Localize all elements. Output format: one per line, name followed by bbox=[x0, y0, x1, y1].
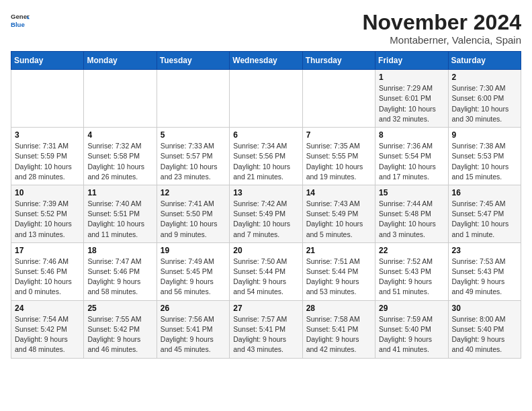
day-number: 11 bbox=[87, 188, 152, 197]
day-number: 28 bbox=[306, 304, 371, 313]
calendar-cell bbox=[302, 70, 375, 128]
day-info: Sunrise: 7:30 AMSunset: 6:00 PMDaylight:… bbox=[452, 83, 517, 124]
day-info: Sunrise: 7:53 AMSunset: 5:43 PMDaylight:… bbox=[452, 257, 517, 298]
day-info: Sunrise: 7:50 AMSunset: 5:44 PMDaylight:… bbox=[233, 257, 298, 298]
calendar-cell: 24Sunrise: 7:54 AMSunset: 5:42 PMDayligh… bbox=[11, 300, 84, 358]
calendar-cell: 17Sunrise: 7:46 AMSunset: 5:46 PMDayligh… bbox=[11, 242, 84, 300]
calendar-week-row: 10Sunrise: 7:39 AMSunset: 5:52 PMDayligh… bbox=[11, 185, 521, 242]
weekday-header: Friday bbox=[375, 52, 448, 70]
day-info: Sunrise: 7:46 AMSunset: 5:46 PMDaylight:… bbox=[15, 257, 80, 298]
day-info: Sunrise: 7:54 AMSunset: 5:42 PMDaylight:… bbox=[15, 314, 80, 355]
day-number: 19 bbox=[161, 246, 226, 255]
day-number: 26 bbox=[161, 304, 226, 313]
month-title: November 2024 bbox=[362, 11, 521, 34]
calendar-cell: 12Sunrise: 7:41 AMSunset: 5:50 PMDayligh… bbox=[157, 185, 229, 242]
day-number: 6 bbox=[233, 130, 298, 140]
weekday-header: Saturday bbox=[448, 52, 521, 70]
calendar-cell bbox=[84, 70, 157, 128]
day-number: 7 bbox=[306, 130, 371, 140]
calendar: SundayMondayTuesdayWednesdayThursdayFrid… bbox=[11, 51, 521, 358]
calendar-cell: 26Sunrise: 7:56 AMSunset: 5:41 PMDayligh… bbox=[157, 300, 229, 358]
day-info: Sunrise: 8:00 AMSunset: 5:40 PMDaylight:… bbox=[452, 314, 517, 355]
day-number: 4 bbox=[87, 130, 152, 140]
day-info: Sunrise: 7:34 AMSunset: 5:56 PMDaylight:… bbox=[233, 141, 298, 182]
day-info: Sunrise: 7:49 AMSunset: 5:45 PMDaylight:… bbox=[161, 257, 226, 298]
calendar-cell: 19Sunrise: 7:49 AMSunset: 5:45 PMDayligh… bbox=[157, 242, 229, 300]
day-number: 14 bbox=[306, 188, 371, 197]
day-number: 8 bbox=[379, 130, 444, 140]
day-info: Sunrise: 7:47 AMSunset: 5:46 PMDaylight:… bbox=[87, 257, 152, 298]
day-info: Sunrise: 7:57 AMSunset: 5:41 PMDaylight:… bbox=[233, 314, 298, 355]
calendar-week-row: 17Sunrise: 7:46 AMSunset: 5:46 PMDayligh… bbox=[11, 242, 521, 300]
day-number: 13 bbox=[233, 188, 298, 197]
day-info: Sunrise: 7:42 AMSunset: 5:49 PMDaylight:… bbox=[233, 199, 298, 240]
calendar-week-row: 24Sunrise: 7:54 AMSunset: 5:42 PMDayligh… bbox=[11, 300, 521, 358]
weekday-header: Thursday bbox=[302, 52, 375, 70]
calendar-cell: 14Sunrise: 7:43 AMSunset: 5:49 PMDayligh… bbox=[302, 185, 375, 242]
day-info: Sunrise: 7:35 AMSunset: 5:55 PMDaylight:… bbox=[306, 141, 371, 182]
calendar-cell: 18Sunrise: 7:47 AMSunset: 5:46 PMDayligh… bbox=[84, 242, 157, 300]
day-number: 12 bbox=[161, 188, 226, 197]
calendar-cell: 7Sunrise: 7:35 AMSunset: 5:55 PMDaylight… bbox=[302, 128, 375, 185]
calendar-cell: 21Sunrise: 7:51 AMSunset: 5:44 PMDayligh… bbox=[302, 242, 375, 300]
calendar-cell: 16Sunrise: 7:45 AMSunset: 5:47 PMDayligh… bbox=[448, 185, 521, 242]
calendar-cell: 23Sunrise: 7:53 AMSunset: 5:43 PMDayligh… bbox=[448, 242, 521, 300]
weekday-header: Wednesday bbox=[230, 52, 302, 70]
svg-text:General: General bbox=[11, 13, 30, 20]
calendar-cell: 20Sunrise: 7:50 AMSunset: 5:44 PMDayligh… bbox=[230, 242, 302, 300]
day-number: 3 bbox=[15, 130, 80, 140]
day-number: 10 bbox=[15, 188, 80, 197]
day-info: Sunrise: 7:29 AMSunset: 6:01 PMDaylight:… bbox=[379, 83, 444, 124]
header: General Blue November 2024 Montaberner, … bbox=[11, 11, 521, 46]
calendar-cell: 15Sunrise: 7:44 AMSunset: 5:48 PMDayligh… bbox=[375, 185, 448, 242]
day-info: Sunrise: 7:36 AMSunset: 5:54 PMDaylight:… bbox=[379, 141, 444, 182]
day-info: Sunrise: 7:32 AMSunset: 5:58 PMDaylight:… bbox=[87, 141, 152, 182]
day-info: Sunrise: 7:31 AMSunset: 5:59 PMDaylight:… bbox=[15, 141, 80, 182]
calendar-cell: 27Sunrise: 7:57 AMSunset: 5:41 PMDayligh… bbox=[230, 300, 302, 358]
calendar-cell: 11Sunrise: 7:40 AMSunset: 5:51 PMDayligh… bbox=[84, 185, 157, 242]
calendar-cell: 6Sunrise: 7:34 AMSunset: 5:56 PMDaylight… bbox=[230, 128, 302, 185]
calendar-header: SundayMondayTuesdayWednesdayThursdayFrid… bbox=[11, 52, 521, 70]
day-number: 1 bbox=[379, 73, 444, 82]
calendar-cell: 10Sunrise: 7:39 AMSunset: 5:52 PMDayligh… bbox=[11, 185, 84, 242]
day-number: 24 bbox=[15, 304, 80, 313]
day-number: 30 bbox=[452, 304, 517, 313]
calendar-cell: 2Sunrise: 7:30 AMSunset: 6:00 PMDaylight… bbox=[448, 70, 521, 128]
calendar-cell: 29Sunrise: 7:59 AMSunset: 5:40 PMDayligh… bbox=[375, 300, 448, 358]
day-number: 23 bbox=[452, 246, 517, 255]
day-info: Sunrise: 7:55 AMSunset: 5:42 PMDaylight:… bbox=[87, 314, 152, 355]
day-number: 18 bbox=[87, 246, 152, 255]
calendar-body: 1Sunrise: 7:29 AMSunset: 6:01 PMDaylight… bbox=[11, 70, 521, 358]
calendar-cell: 3Sunrise: 7:31 AMSunset: 5:59 PMDaylight… bbox=[11, 128, 84, 185]
day-info: Sunrise: 7:40 AMSunset: 5:51 PMDaylight:… bbox=[87, 199, 152, 240]
day-info: Sunrise: 7:33 AMSunset: 5:57 PMDaylight:… bbox=[161, 141, 226, 182]
day-info: Sunrise: 7:45 AMSunset: 5:47 PMDaylight:… bbox=[452, 199, 517, 240]
calendar-cell: 1Sunrise: 7:29 AMSunset: 6:01 PMDaylight… bbox=[375, 70, 448, 128]
day-number: 17 bbox=[15, 246, 80, 255]
day-info: Sunrise: 7:59 AMSunset: 5:40 PMDaylight:… bbox=[379, 314, 444, 355]
day-number: 27 bbox=[233, 304, 298, 313]
logo-icon: General Blue bbox=[11, 11, 30, 30]
svg-text:Blue: Blue bbox=[11, 21, 25, 28]
day-info: Sunrise: 7:44 AMSunset: 5:48 PMDaylight:… bbox=[379, 199, 444, 240]
calendar-cell: 5Sunrise: 7:33 AMSunset: 5:57 PMDaylight… bbox=[157, 128, 229, 185]
day-info: Sunrise: 7:51 AMSunset: 5:44 PMDaylight:… bbox=[306, 257, 371, 298]
day-info: Sunrise: 7:39 AMSunset: 5:52 PMDaylight:… bbox=[15, 199, 80, 240]
day-info: Sunrise: 7:58 AMSunset: 5:41 PMDaylight:… bbox=[306, 314, 371, 355]
day-number: 20 bbox=[233, 246, 298, 255]
day-number: 16 bbox=[452, 188, 517, 197]
title-area: November 2024 Montaberner, Valencia, Spa… bbox=[362, 11, 521, 46]
day-number: 2 bbox=[452, 73, 517, 82]
day-number: 25 bbox=[87, 304, 152, 313]
logo: General Blue bbox=[11, 11, 30, 30]
calendar-cell: 28Sunrise: 7:58 AMSunset: 5:41 PMDayligh… bbox=[302, 300, 375, 358]
location-title: Montaberner, Valencia, Spain bbox=[362, 34, 521, 46]
day-number: 9 bbox=[452, 130, 517, 140]
calendar-cell: 4Sunrise: 7:32 AMSunset: 5:58 PMDaylight… bbox=[84, 128, 157, 185]
day-number: 22 bbox=[379, 246, 444, 255]
day-number: 15 bbox=[379, 188, 444, 197]
calendar-cell: 22Sunrise: 7:52 AMSunset: 5:43 PMDayligh… bbox=[375, 242, 448, 300]
calendar-cell: 25Sunrise: 7:55 AMSunset: 5:42 PMDayligh… bbox=[84, 300, 157, 358]
calendar-cell bbox=[230, 70, 302, 128]
calendar-week-row: 1Sunrise: 7:29 AMSunset: 6:01 PMDaylight… bbox=[11, 70, 521, 128]
